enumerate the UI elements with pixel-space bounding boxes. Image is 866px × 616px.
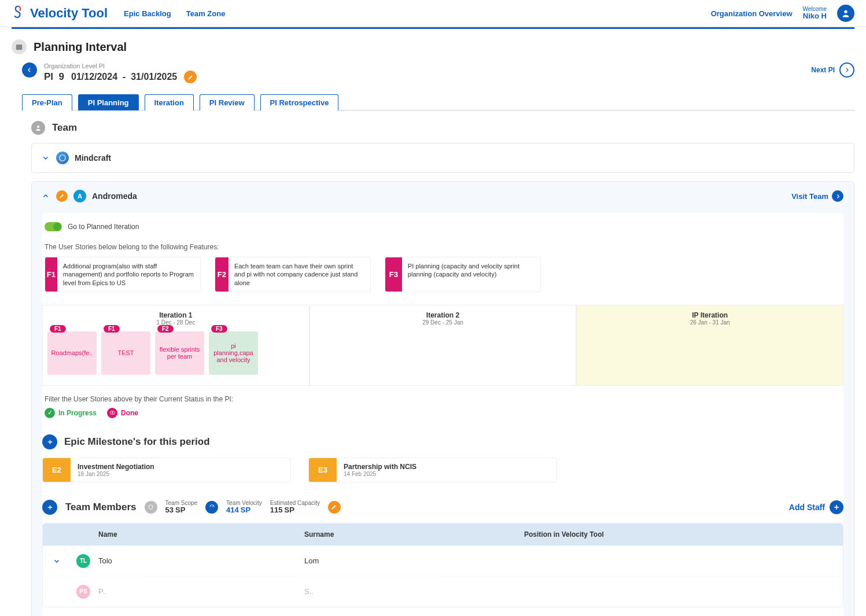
- story-card[interactable]: F1 TEST: [101, 331, 150, 375]
- iteration-2-column: Iteration 2 29 Dec - 25 Jan: [309, 305, 577, 386]
- app-name: Velocity Tool: [30, 6, 108, 21]
- edit-capacity-button[interactable]: [328, 501, 341, 514]
- feature-badge: F3: [385, 257, 402, 292]
- go-to-planned-iteration-toggle[interactable]: [45, 222, 62, 231]
- story-card[interactable]: F2 flexible sprints per team: [155, 331, 204, 375]
- milestones-title: Epic Milestone's for this period: [64, 436, 210, 448]
- tab-pi-review[interactable]: PI Review: [200, 94, 255, 110]
- add-milestone-button[interactable]: ＋: [42, 434, 57, 449]
- milestone-badge: E3: [309, 458, 337, 482]
- feature-f2[interactable]: F2 Each team team can have their own spr…: [215, 257, 371, 292]
- team-scope-value: 53: [165, 506, 174, 514]
- team-scope-metric: Team Scope 53SP: [165, 500, 198, 514]
- add-staff-button[interactable]: Add Staff ＋: [789, 500, 843, 514]
- iteration-1-dates: 1 Dec - 28 Dec: [47, 319, 304, 326]
- content: Team Mindcraft: [12, 110, 854, 616]
- member-avatar: PS: [76, 585, 90, 599]
- user-avatar-button[interactable]: [837, 5, 854, 22]
- col-surname: Surname: [304, 530, 524, 538]
- story-title: pi planning,capa and velocity: [211, 342, 256, 363]
- member-surname: Lom: [304, 556, 524, 565]
- estimated-capacity-metric: Estimated Capacity 115SP: [270, 500, 320, 514]
- milestone-title: Investment Negotiation: [78, 463, 154, 471]
- planning-interval-icon: [12, 39, 27, 54]
- expand-mindcraft-button[interactable]: [42, 154, 50, 161]
- pi-date-sep: -: [123, 72, 126, 82]
- page-title: Planning Interval: [34, 40, 127, 54]
- filter-in-progress[interactable]: ✓ In Progress: [45, 408, 97, 418]
- team-velocity-value: 414: [226, 506, 239, 514]
- member-row: PS P.. S..: [43, 576, 843, 607]
- iteration-1-title: Iteration 1: [47, 311, 304, 319]
- ip-iteration-title: IP Iteration: [581, 311, 838, 319]
- filter-done[interactable]: Done: [107, 408, 138, 418]
- team-section-header: Team: [31, 121, 854, 135]
- tab-preplan[interactable]: Pre-Plan: [22, 94, 72, 110]
- visit-team-label: Visit Team: [791, 192, 828, 201]
- chevron-down-icon: [42, 154, 49, 161]
- pi-right: Next PI: [811, 62, 854, 78]
- story-feature-tag: F1: [50, 325, 66, 333]
- svg-point-2: [37, 126, 39, 128]
- iteration-2-dates: 29 Dec - 25 Jan: [315, 319, 572, 326]
- sp-unit: SP: [241, 506, 250, 514]
- eye-icon: [107, 408, 117, 418]
- svg-point-6: [149, 505, 153, 509]
- tab-iteration[interactable]: Iteration: [145, 94, 194, 110]
- tab-pi-planning[interactable]: PI Planning: [78, 94, 139, 110]
- next-pi-button[interactable]: [839, 62, 854, 78]
- add-member-button[interactable]: ＋: [42, 500, 57, 515]
- nav-team-zone[interactable]: Team Zone: [186, 9, 226, 18]
- member-name: P..: [96, 587, 304, 596]
- members-title: Team Members: [65, 501, 137, 513]
- top-nav: Velocity Tool Epic Backlog Team Zone Org…: [0, 0, 866, 27]
- welcome-user-name: Niko H: [803, 12, 827, 20]
- pi-tabs: Pre-Plan PI Planning Iteration PI Review…: [22, 94, 854, 110]
- nav-org-overview[interactable]: Organization Overview: [711, 9, 793, 18]
- next-pi-label[interactable]: Next PI: [811, 66, 835, 74]
- story-card[interactable]: F3 pi planning,capa and velocity: [209, 331, 258, 375]
- chevron-right-icon: [844, 67, 850, 73]
- feature-f3[interactable]: F3 PI planning (capacity and velocity sp…: [385, 257, 541, 292]
- feature-f1[interactable]: F1 Additional program(also with staff ma…: [45, 257, 201, 292]
- chevron-up-icon: [42, 193, 49, 200]
- add-staff-label: Add Staff: [789, 503, 825, 512]
- edit-team-button[interactable]: [56, 190, 68, 202]
- prev-pi-button[interactable]: [22, 62, 37, 78]
- edit-pi-button[interactable]: [184, 71, 197, 83]
- feature-badge: F1: [45, 257, 57, 292]
- milestone-card[interactable]: E2 Investment Negotiation 18 Jan 2025: [42, 458, 291, 482]
- tab-pi-retro[interactable]: PI Retrospective: [260, 94, 339, 110]
- members-table-header: Name Surname Position in Velocity Tool: [43, 523, 843, 545]
- feature-text: PI planning (capacity and velocity sprin…: [402, 257, 540, 292]
- members-header: ＋ Team Members Team Scope 53SP Team Velo…: [42, 500, 843, 515]
- feature-text: Each team team can have their own sprint…: [229, 257, 370, 292]
- app-logo-icon: [12, 5, 24, 21]
- features-row: F1 Additional program(also with staff ma…: [42, 257, 843, 292]
- scope-icon: [145, 501, 157, 514]
- team-card-mindcraft: Mindcraft: [31, 143, 854, 173]
- visit-team-link[interactable]: Visit Team: [791, 190, 843, 202]
- topbar-right: Organization Overview Welcome Niko H: [711, 5, 854, 22]
- milestone-card[interactable]: E3 Partnership with NCIS 14 Feb 2025: [308, 458, 557, 482]
- milestone-title: Partnership with NCIS: [344, 463, 417, 471]
- feature-badge: F2: [215, 257, 229, 292]
- member-name: Tolo: [96, 556, 304, 565]
- pencil-icon: [187, 74, 194, 80]
- milestone-date: 18 Jan 2025: [78, 471, 154, 477]
- logo-block: Velocity Tool: [12, 5, 108, 21]
- collapse-andromeda-button[interactable]: [42, 193, 50, 200]
- page-title-row: Planning Interval: [12, 39, 854, 54]
- story-card[interactable]: F1 Roadmaps(fe..: [47, 331, 97, 375]
- pi-info: Organization Level PI PI 9 01/12/2024 - …: [44, 62, 197, 83]
- chevron-down-icon: [53, 558, 60, 565]
- nav-epic-backlog[interactable]: Epic Backlog: [124, 9, 171, 18]
- expand-row-button[interactable]: [53, 558, 76, 565]
- filter-in-progress-label: In Progress: [58, 409, 97, 417]
- pi-level-label: Organization Level PI: [44, 62, 197, 69]
- milestone-badge: E2: [43, 458, 71, 482]
- story-title: flexible sprints per team: [157, 346, 202, 360]
- andromeda-avatar-icon: A: [73, 190, 86, 202]
- ip-iteration-column: IP Iteration 26 Jan - 31 Jan: [576, 305, 843, 386]
- velocity-icon: [205, 501, 218, 514]
